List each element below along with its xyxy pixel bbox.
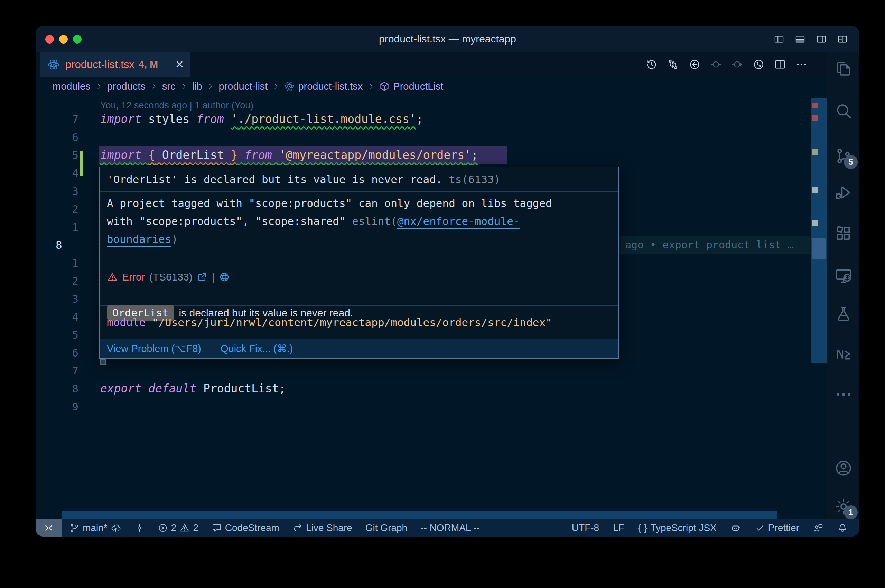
eslint-rule-link[interactable]: @nx/enforce-module- <box>397 215 520 227</box>
overview-ruler-mark <box>812 148 818 155</box>
status-notifications[interactable] <box>837 523 847 533</box>
panel-right-icon[interactable] <box>816 34 826 45</box>
line-number[interactable]: 3 <box>36 182 78 200</box>
status-codestream[interactable]: CodeStream <box>212 522 279 533</box>
hover-resize-grip[interactable] <box>100 359 106 365</box>
status-git-graph[interactable]: Git Graph <box>365 522 407 533</box>
open-externally-icon[interactable] <box>197 272 208 283</box>
code-line[interactable]: import { OrderList } from '@myreactapp/m… <box>100 146 478 164</box>
hover-action-view[interactable]: View Problem (⌥F8) <box>107 339 201 358</box>
compare-changes-icon[interactable] <box>667 58 679 70</box>
account-icon[interactable] <box>834 459 853 477</box>
status-remote[interactable] <box>36 519 62 537</box>
line-number[interactable]: 2 <box>36 272 78 290</box>
testing-icon[interactable] <box>834 305 853 323</box>
source-control-icon[interactable]: 5 <box>834 147 853 165</box>
status-prettier[interactable]: Prettier <box>755 522 799 533</box>
nx-console-icon[interactable] <box>834 345 853 364</box>
tab-product-list[interactable]: product-list.tsx 4, M ✕ <box>40 52 190 77</box>
line-number[interactable]: 9 <box>36 398 78 416</box>
comment-icon <box>212 523 222 533</box>
bell-icon <box>837 523 847 533</box>
line-number[interactable]: 1 <box>36 218 78 236</box>
status-eol[interactable]: LF <box>613 522 624 533</box>
remote-explorer-icon <box>834 266 853 285</box>
code-line[interactable]: export default ProductList; <box>100 380 285 398</box>
status-encoding[interactable]: UTF-8 <box>572 522 599 533</box>
more-views-icon[interactable] <box>834 385 853 404</box>
next-change-icon[interactable] <box>731 58 743 70</box>
explorer-icon[interactable] <box>834 59 853 78</box>
search-web-icon[interactable] <box>219 272 230 283</box>
status-git-graph-label: Git Graph <box>365 522 407 533</box>
horizontal-scrollbar[interactable] <box>62 511 777 519</box>
vertical-scrollbar[interactable] <box>812 238 826 259</box>
line-number[interactable]: 7 <box>36 110 78 128</box>
breadcrumb-label: product-list <box>219 81 268 92</box>
timeline-icon[interactable] <box>645 58 658 70</box>
panel-bottom-icon[interactable] <box>795 34 805 45</box>
code-editor[interactable]: 76543218123456789 ago • export product l… <box>36 96 827 519</box>
code-line[interactable]: import styles from './product-list.modul… <box>100 110 423 128</box>
extensions-icon[interactable] <box>834 224 853 243</box>
error-triangle-icon <box>107 272 118 283</box>
status-feedback[interactable] <box>813 523 823 533</box>
breadcrumb-item-product-list-tsx[interactable]: product-list.tsx <box>284 81 363 92</box>
status-language-label: { } <box>638 522 647 533</box>
previous-change-icon[interactable] <box>710 58 722 70</box>
status-commit[interactable] <box>134 523 144 533</box>
breadcrumb-item-productlist[interactable]: ProductList <box>379 81 443 92</box>
status-problems[interactable]: 22 <box>158 522 198 533</box>
overview-ruler-mark <box>812 187 818 193</box>
split-editor-icon[interactable] <box>774 58 786 70</box>
breadcrumb-label: lib <box>192 81 202 92</box>
error-hover-popup: 'OrderList' is declared but its value is… <box>99 166 619 359</box>
nx-console-icon <box>834 345 853 364</box>
status-problems-label: 2 <box>171 522 177 533</box>
more-actions-icon[interactable] <box>795 58 808 70</box>
overview-ruler-mark <box>812 103 818 108</box>
line-number[interactable]: 4 <box>36 164 78 182</box>
commit-graph-icon[interactable] <box>753 58 765 70</box>
line-number[interactable]: 2 <box>36 200 78 218</box>
line-number[interactable]: 5 <box>36 326 78 344</box>
git-added-gutter-indicator <box>80 151 83 176</box>
status-live-share[interactable]: Live Share <box>293 522 352 533</box>
hover-action-quick[interactable]: Quick Fix... (⌘.) <box>221 339 293 358</box>
panel-left-icon[interactable] <box>774 34 784 45</box>
close-tab-icon[interactable]: ✕ <box>175 58 184 70</box>
breadcrumb-item-modules[interactable]: modules <box>53 81 90 92</box>
line-number[interactable]: 3 <box>36 290 78 308</box>
breadcrumb-label: ProductList <box>393 81 443 92</box>
line-number[interactable]: 7 <box>36 362 78 380</box>
status-copilot[interactable] <box>730 523 741 533</box>
more-views-icon <box>834 385 853 404</box>
back-icon[interactable] <box>688 58 700 70</box>
hover-eslint-message: A project tagged with "scope:products" c… <box>100 191 618 249</box>
line-number[interactable]: 4 <box>36 308 78 326</box>
status-language[interactable]: { }TypeScript JSX <box>638 522 717 533</box>
line-number[interactable]: 6 <box>36 128 78 146</box>
run-debug-icon[interactable] <box>834 183 853 202</box>
line-number[interactable]: 1 <box>36 254 78 272</box>
breadcrumb-item-product-list[interactable]: product-list <box>219 81 268 92</box>
current-line-number[interactable]: 8 <box>36 236 78 254</box>
run-debug-icon <box>834 183 853 202</box>
hover-ts-message: 'OrderList' is declared but its value is… <box>100 167 618 191</box>
status-vim-mode[interactable]: -- NORMAL -- <box>421 522 480 533</box>
status-branch[interactable]: main* <box>69 522 121 533</box>
line-number[interactable]: 8 <box>36 380 78 398</box>
breadcrumb-item-products[interactable]: products <box>107 81 146 92</box>
search-icon[interactable] <box>834 102 853 120</box>
breadcrumb-item-lib[interactable]: lib <box>192 81 202 92</box>
eslint-rule-link[interactable]: boundaries <box>107 233 171 245</box>
titlebar: product-list.tsx — myreactapp <box>36 26 859 52</box>
line-number[interactable]: 5 <box>36 146 78 164</box>
badge: 1 <box>844 506 858 519</box>
breadcrumb-item-src[interactable]: src <box>162 81 176 92</box>
line-number[interactable]: 6 <box>36 344 78 362</box>
layout-grid-icon[interactable] <box>837 34 847 45</box>
remote-explorer-icon[interactable] <box>834 266 853 285</box>
git-commit-icon <box>134 523 144 533</box>
settings-gear-icon[interactable]: 1 <box>834 497 853 516</box>
